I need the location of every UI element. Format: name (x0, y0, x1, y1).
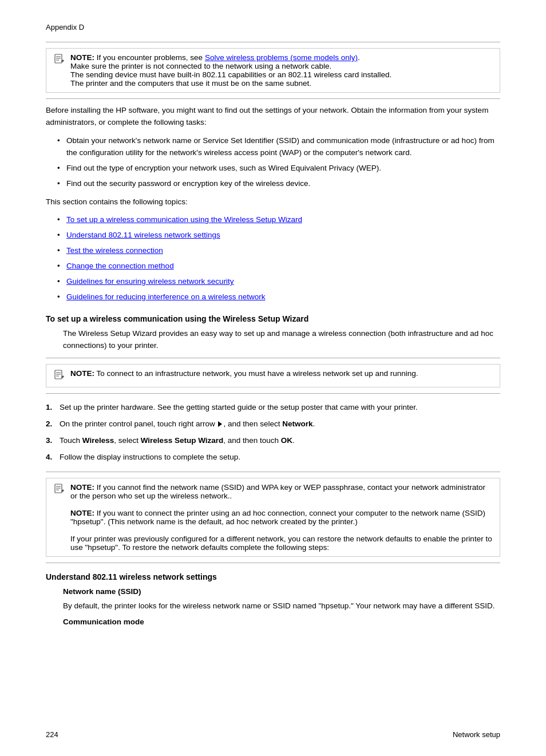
note-3-label: NOTE: (70, 483, 94, 492)
intro-bullets: Obtain your network's network name or Se… (57, 133, 500, 192)
note-box-1: NOTE: If you encounter problems, see Sol… (46, 48, 500, 93)
right-arrow-icon (218, 421, 222, 427)
note-1-line3: The sending device must have built-in 80… (70, 70, 391, 79)
note-2-text: To connect to an infrastructure network,… (97, 369, 418, 378)
topic-6[interactable]: Guidelines for reducing interference on … (57, 290, 500, 305)
sub-heading-2: Communication mode (63, 618, 500, 626)
breadcrumb: Appendix D (46, 23, 500, 31)
footer-label: Network setup (453, 730, 500, 739)
note-icon-2 (53, 369, 66, 382)
note-4-label: NOTE: (70, 509, 94, 517)
page-footer: 224 Network setup (46, 730, 500, 739)
note-1-period: . (358, 53, 360, 62)
step-2: 2. On the printer control panel, touch r… (46, 416, 500, 433)
topic-4[interactable]: Change the connection method (57, 259, 500, 274)
sub-heading-1: Network name (SSID) (63, 587, 500, 596)
intro-para: Before installing the HP software, you m… (46, 105, 500, 129)
steps-list: 1. Set up the printer hardware. See the … (46, 399, 500, 466)
divider-6 (46, 563, 500, 563)
section2-content: Network name (SSID) By default, the prin… (63, 587, 500, 627)
topic-5[interactable]: Guidelines for ensuring wireless network… (57, 274, 500, 290)
section1-para: The Wireless Setup Wizard provides an ea… (63, 328, 500, 352)
note-1-content: NOTE: If you encounter problems, see Sol… (70, 53, 493, 88)
note-svg-icon-2 (53, 369, 65, 381)
topic-2[interactable]: Understand 802.11 wireless network setti… (57, 228, 500, 243)
step-4: 4. Follow the display instructions to co… (46, 449, 500, 466)
topics-intro: This section contains the following topi… (46, 196, 500, 208)
page: Appendix D NOTE: If you encounter proble… (0, 0, 546, 756)
step-3: 3. Touch Wireless, select Wireless Setup… (46, 433, 500, 449)
note-2-label: NOTE: (70, 369, 94, 378)
bullet-1: Obtain your network's network name or Se… (57, 133, 500, 161)
note-icon-3 (53, 483, 66, 552)
page-number: 224 (46, 730, 58, 739)
divider-3 (46, 358, 500, 358)
step-1: 1. Set up the printer hardware. See the … (46, 399, 500, 416)
section1-heading: To set up a wireless communication using… (46, 314, 500, 323)
note-1-line2: Make sure the printer is not connected t… (70, 62, 331, 70)
topic-3[interactable]: Test the wireless connection (57, 243, 500, 259)
note-2-content: NOTE: To connect to an infrastructure ne… (70, 369, 493, 382)
divider-5 (46, 472, 500, 472)
note-box-2: NOTE: To connect to an infrastructure ne… (46, 364, 500, 387)
note-4-text: If you want to connect the printer using… (70, 509, 485, 526)
note-svg-icon-3 (53, 483, 65, 494)
section2-heading: Understand 802.11 wireless network setti… (46, 572, 500, 581)
top-divider (46, 42, 500, 42)
note-3-content: NOTE: If you cannot find the network nam… (70, 483, 493, 552)
note-1-line4: The printer and the computers that use i… (70, 79, 311, 88)
topic-1[interactable]: To set up a wireless communication using… (57, 212, 500, 228)
note-5-text: If your printer was previously configure… (70, 535, 492, 552)
topics-list: To set up a wireless communication using… (57, 212, 500, 305)
divider-4 (46, 393, 500, 394)
bullet-2: Find out the type of encryption your net… (57, 161, 500, 176)
note-1-link[interactable]: Solve wireless problems (some models onl… (205, 53, 358, 62)
bullet-3: Find out the security password or encryp… (57, 176, 500, 192)
note-box-3: NOTE: If you cannot find the network nam… (46, 478, 500, 557)
note-1-line1: If you encounter problems, see (97, 53, 205, 62)
note-1-label: NOTE: (70, 53, 94, 62)
note-3-text: If you cannot find the network name (SSI… (70, 483, 485, 500)
divider-2 (46, 98, 500, 99)
sub1-text: By default, the printer looks for the wi… (63, 600, 500, 612)
note-svg-icon (53, 53, 65, 65)
note-icon-1 (53, 53, 66, 88)
